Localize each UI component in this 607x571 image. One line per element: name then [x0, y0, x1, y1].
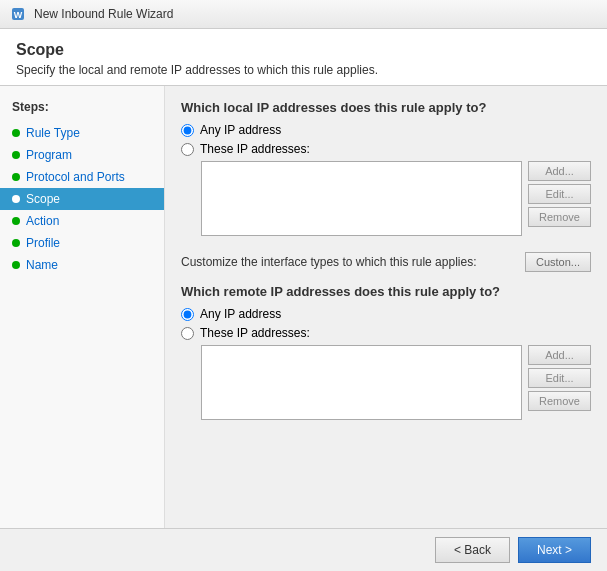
step-dot-rule-type [12, 129, 20, 137]
header-area: Scope Specify the local and remote IP ad… [0, 29, 607, 86]
step-dot-profile [12, 239, 20, 247]
local-ip-section: Add... Edit... Remove [181, 161, 591, 242]
remote-any-ip-label: Any IP address [200, 307, 281, 321]
step-dot-action [12, 217, 20, 225]
step-dot-protocol-ports [12, 173, 20, 181]
remote-ip-row: Add... Edit... Remove [181, 345, 591, 426]
local-ip-buttons: Add... Edit... Remove [528, 161, 591, 227]
main-panel: Which local IP addresses does this rule … [165, 86, 607, 528]
step-dot-name [12, 261, 20, 269]
steps-panel: Steps: Rule Type Program Protocol and Po… [0, 86, 165, 528]
local-any-ip-label: Any IP address [200, 123, 281, 137]
svg-text:W: W [14, 10, 23, 20]
customize-button[interactable]: Custon... [525, 252, 591, 272]
local-these-ip-option[interactable]: These IP addresses: [181, 142, 591, 156]
local-remove-button[interactable]: Remove [528, 207, 591, 227]
remote-any-ip-option[interactable]: Any IP address [181, 307, 591, 321]
remote-these-ip-option[interactable]: These IP addresses: [181, 326, 591, 340]
dialog-body: Scope Specify the local and remote IP ad… [0, 29, 607, 571]
remote-ip-section: Add... Edit... Remove [181, 345, 591, 426]
remote-edit-button[interactable]: Edit... [528, 368, 591, 388]
page-subtitle: Specify the local and remote IP addresse… [16, 63, 591, 77]
step-label-protocol-ports: Protocol and Ports [26, 170, 125, 184]
title-bar-text: New Inbound Rule Wizard [34, 7, 173, 21]
title-bar: W New Inbound Rule Wizard [0, 0, 607, 29]
step-label-rule-type: Rule Type [26, 126, 80, 140]
footer: < Back Next > [0, 528, 607, 571]
remote-these-ip-radio[interactable] [181, 327, 194, 340]
step-label-program: Program [26, 148, 72, 162]
app-icon: W [10, 6, 26, 22]
remote-add-button[interactable]: Add... [528, 345, 591, 365]
step-label-scope: Scope [26, 192, 60, 206]
content-area: Steps: Rule Type Program Protocol and Po… [0, 86, 607, 528]
sidebar-item-profile[interactable]: Profile [0, 232, 164, 254]
customize-text: Customize the interface types to which t… [181, 255, 517, 269]
page-title: Scope [16, 41, 591, 59]
step-dot-program [12, 151, 20, 159]
sidebar-item-scope[interactable]: Scope [0, 188, 164, 210]
sidebar-item-program[interactable]: Program [0, 144, 164, 166]
steps-label: Steps: [0, 96, 164, 122]
remote-remove-button[interactable]: Remove [528, 391, 591, 411]
remote-ip-textarea[interactable] [201, 345, 522, 420]
local-edit-button[interactable]: Edit... [528, 184, 591, 204]
local-any-ip-option[interactable]: Any IP address [181, 123, 591, 137]
local-any-ip-radio[interactable] [181, 124, 194, 137]
sidebar-item-rule-type[interactable]: Rule Type [0, 122, 164, 144]
local-section-title: Which local IP addresses does this rule … [181, 100, 591, 115]
remote-section-title: Which remote IP addresses does this rule… [181, 284, 591, 299]
sidebar-item-protocol-ports[interactable]: Protocol and Ports [0, 166, 164, 188]
remote-any-ip-radio[interactable] [181, 308, 194, 321]
customize-row: Customize the interface types to which t… [181, 252, 591, 272]
sidebar-item-name[interactable]: Name [0, 254, 164, 276]
local-these-ip-radio[interactable] [181, 143, 194, 156]
step-label-profile: Profile [26, 236, 60, 250]
local-these-ip-label: These IP addresses: [200, 142, 310, 156]
remote-ip-buttons: Add... Edit... Remove [528, 345, 591, 411]
step-dot-scope [12, 195, 20, 203]
step-label-action: Action [26, 214, 59, 228]
sidebar-item-action[interactable]: Action [0, 210, 164, 232]
local-ip-textarea[interactable] [201, 161, 522, 236]
local-ip-row: Add... Edit... Remove [181, 161, 591, 242]
next-button[interactable]: Next > [518, 537, 591, 563]
remote-these-ip-label: These IP addresses: [200, 326, 310, 340]
local-add-button[interactable]: Add... [528, 161, 591, 181]
step-label-name: Name [26, 258, 58, 272]
back-button[interactable]: < Back [435, 537, 510, 563]
